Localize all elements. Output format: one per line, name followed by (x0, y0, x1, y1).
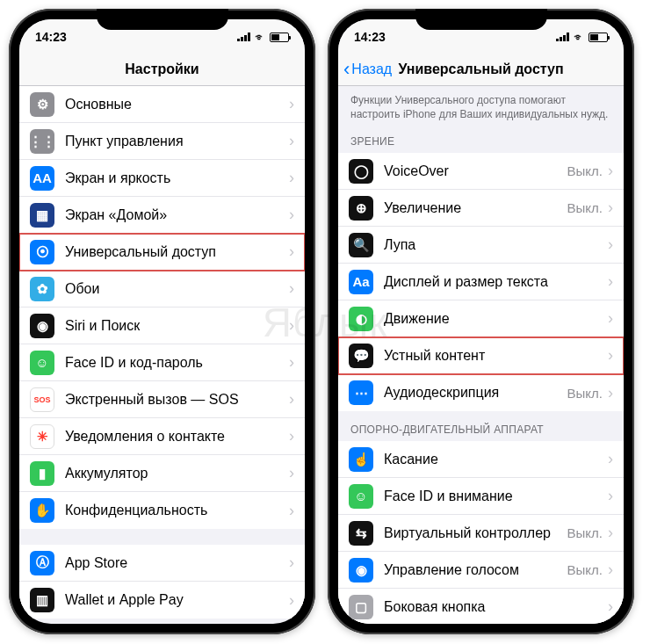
row-detail: Выкл. (567, 200, 603, 215)
settings-row[interactable]: ⇆Виртуальный контроллерВыкл.› (338, 515, 624, 552)
settings-row[interactable]: SOSЭкстренный вызов — SOS› (19, 381, 305, 418)
row-label: Движение (384, 311, 608, 327)
settings-row[interactable]: AAЭкран и яркость› (19, 160, 305, 197)
screen-right: 14:23 ᯤ ‹ Назад Универсальный доступ Фун… (338, 19, 624, 624)
settings-row[interactable]: ☺Face ID и внимание› (338, 478, 624, 515)
settings-row[interactable]: ⚙Основные› (19, 86, 305, 123)
chevron-right-icon: › (289, 242, 294, 261)
chevron-right-icon: › (608, 309, 613, 328)
settings-row[interactable]: ⦿Универсальный доступ› (19, 234, 305, 271)
list-group: ⒶApp Store›▥Wallet и Apple Pay› (19, 545, 305, 619)
signal-icon (556, 33, 570, 41)
magnifier-icon: 🔍 (349, 233, 373, 257)
back-button[interactable]: ‹ Назад (343, 53, 392, 85)
voiceover-icon: ◯ (349, 159, 373, 184)
section-description: Функции Универсального доступа помогают … (338, 86, 624, 123)
row-label: Основные (65, 97, 289, 112)
row-label: Устный контент (384, 348, 608, 364)
row-label: App Store (65, 555, 289, 571)
settings-row[interactable]: 🔍Лупа› (338, 227, 624, 264)
chevron-right-icon: › (608, 235, 613, 254)
settings-row[interactable]: ✳Уведомления о контакте› (19, 418, 305, 455)
chevron-right-icon: › (289, 464, 294, 482)
face-attention-icon: ☺ (349, 484, 373, 509)
back-label: Назад (351, 62, 392, 77)
settings-row[interactable]: ▥Wallet и Apple Pay› (19, 582, 305, 619)
row-detail: Выкл. (567, 562, 603, 577)
settings-row[interactable]: ⊕УвеличениеВыкл.› (338, 190, 624, 227)
status-indicators: ᯤ (556, 31, 608, 44)
settings-row[interactable]: ◯VoiceOverВыкл.› (338, 153, 624, 190)
status-time: 14:23 (35, 30, 67, 44)
chevron-right-icon: › (608, 199, 613, 217)
chevron-right-icon: › (608, 450, 613, 468)
settings-row[interactable]: ▦Экран «Домой»› (19, 197, 305, 234)
chevron-right-icon: › (608, 561, 613, 579)
list-group: ☝Касание›☺Face ID и внимание›⇆Виртуальны… (338, 441, 624, 624)
voice-control-icon: ◉ (349, 558, 373, 582)
row-label: Face ID и код-пароль (65, 355, 289, 371)
gear-icon: ⚙ (30, 92, 54, 117)
row-label: Обои (65, 281, 289, 297)
settings-row[interactable]: ✿Обои› (19, 271, 305, 308)
settings-row[interactable]: ⋮⋮Пункт управления› (19, 123, 305, 160)
settings-row[interactable]: ✋Конфиденциальность› (19, 492, 305, 529)
chevron-right-icon: › (289, 554, 294, 572)
chevron-right-icon: › (289, 132, 294, 150)
phone-right: 14:23 ᯤ ‹ Назад Универсальный доступ Фун… (328, 9, 634, 634)
settings-list[interactable]: ⚙Основные›⋮⋮Пункт управления›AAЭкран и я… (19, 86, 305, 624)
chevron-right-icon: › (608, 487, 613, 505)
row-detail: Выкл. (567, 386, 603, 401)
battery-icon (589, 33, 608, 42)
chevron-right-icon: › (289, 591, 294, 610)
row-label: Face ID и внимание (384, 488, 608, 504)
battery-icon (270, 33, 289, 42)
sos-icon: SOS (30, 387, 54, 412)
status-time: 14:23 (354, 30, 386, 44)
audio-desc-icon: ⋯ (349, 380, 373, 405)
row-label: Wallet и Apple Pay (65, 592, 289, 608)
row-label: Увеличение (384, 200, 567, 216)
row-detail: Выкл. (567, 163, 603, 178)
status-indicators: ᯤ (237, 31, 289, 44)
settings-row[interactable]: 💬Устный контент› (338, 337, 624, 374)
faceid-icon: ☺ (30, 351, 54, 375)
accessibility-list[interactable]: Функции Универсального доступа помогают … (338, 86, 624, 624)
row-label: Касание (384, 452, 608, 467)
battery-icon: ▮ (30, 461, 54, 486)
settings-row[interactable]: ☺Face ID и код-пароль› (19, 344, 305, 381)
chevron-right-icon: › (608, 524, 613, 542)
list-group: ⚙Основные›⋮⋮Пункт управления›AAЭкран и я… (19, 86, 305, 529)
row-label: Боковая кнопка (384, 599, 608, 615)
settings-row[interactable]: ▢Боковая кнопка› (338, 589, 624, 624)
zoom-icon: ⊕ (349, 196, 373, 221)
settings-row[interactable]: AaДисплей и размер текста› (338, 264, 624, 300)
row-label: Конфиденциальность (65, 503, 289, 518)
chevron-right-icon: › (289, 353, 294, 372)
settings-row[interactable]: ⋯АудиодескрипцияВыкл.› (338, 374, 624, 411)
settings-row[interactable]: ⒶApp Store› (19, 545, 305, 582)
settings-row[interactable]: ◐Движение› (338, 300, 624, 337)
chevron-right-icon: › (289, 427, 294, 445)
side-button-icon: ▢ (349, 595, 373, 619)
settings-row[interactable]: ☝Касание› (338, 441, 624, 478)
chevron-right-icon: › (608, 384, 613, 402)
home-screen-icon: ▦ (30, 203, 54, 228)
settings-row[interactable]: ◉Управление голосомВыкл.› (338, 552, 624, 589)
navbar-left: Настройки (19, 53, 305, 86)
list-group: ◯VoiceOverВыкл.›⊕УвеличениеВыкл.›🔍Лупа›A… (338, 153, 624, 411)
section-header: ОПОРНО-ДВИГАТЕЛЬНЫЙ АППАРАТ (338, 411, 624, 441)
accessibility-icon: ⦿ (30, 240, 54, 264)
chevron-right-icon: › (289, 169, 294, 187)
wallpaper-icon: ✿ (30, 277, 54, 301)
siri-icon: ◉ (30, 314, 54, 338)
row-label: Дисплей и размер текста (384, 274, 608, 290)
chevron-right-icon: › (608, 162, 613, 180)
chevron-right-icon: › (608, 346, 613, 365)
settings-row[interactable]: ▮Аккумулятор› (19, 455, 305, 492)
page-title: Настройки (125, 62, 199, 77)
row-label: Уведомления о контакте (65, 429, 289, 445)
row-label: Управление голосом (384, 562, 567, 578)
chevron-right-icon: › (608, 272, 613, 291)
settings-row[interactable]: ◉Siri и Поиск› (19, 308, 305, 344)
